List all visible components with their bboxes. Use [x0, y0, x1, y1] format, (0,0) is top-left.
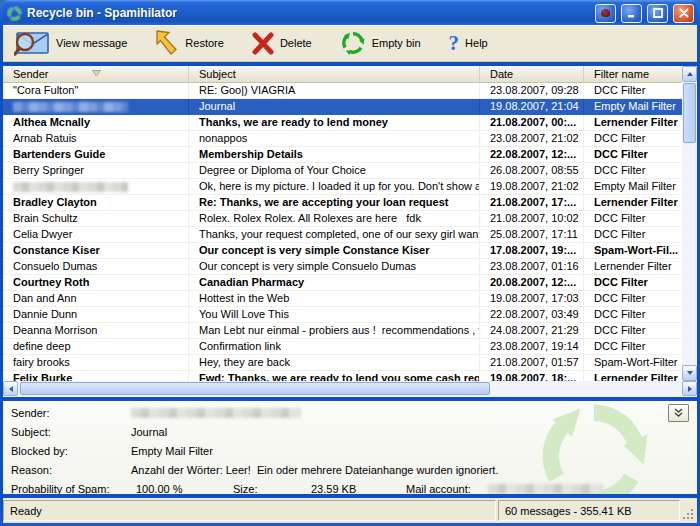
blocked-by-label: Blocked by:: [11, 445, 131, 457]
table-row[interactable]: Bradley ClaytonRe: Thanks, we are accept…: [3, 195, 697, 211]
cell-sender: Consuelo Dumas: [3, 259, 189, 274]
status-ready: Ready: [3, 500, 496, 521]
column-header-filter[interactable]: Filter name: [584, 66, 697, 83]
column-header-subject[interactable]: Subject: [189, 66, 480, 83]
cell-filter: DCC Filter: [584, 275, 697, 290]
probability-label: Probability of Spam:: [11, 483, 136, 494]
blocked-by-value: Empty Mail Filter: [131, 445, 213, 457]
scroll-left-button[interactable]: [3, 381, 18, 396]
app-recycle-icon: [7, 6, 22, 21]
arrow-up-left-icon: [155, 30, 179, 56]
titlebar-extra-button[interactable]: [595, 4, 616, 23]
recycle-icon: [340, 30, 366, 56]
table-row[interactable]: define deepConfirmation link23.08.2007, …: [3, 339, 697, 355]
minimize-button[interactable]: [621, 4, 642, 23]
reason-value: Anzahl der Wörter: Leer! Ein oder mehrer…: [131, 464, 498, 476]
redacted-sender: [13, 102, 128, 112]
table-row[interactable]: Berry SpringerDegree or Diploma of Your …: [3, 163, 697, 179]
cell-subject: Confirmation link: [189, 339, 480, 354]
cell-sender: Berry Springer: [3, 163, 189, 178]
empty-bin-label: Empty bin: [372, 37, 421, 49]
empty-bin-button[interactable]: Empty bin: [337, 28, 424, 58]
cell-subject: Fwd: Thanks, we are ready to lend you so…: [189, 371, 480, 381]
table-row[interactable]: Althea McnallyThanks, we are ready to le…: [3, 115, 697, 131]
table-row[interactable]: Dannie DunnYou Will Love This22.08.2007,…: [3, 307, 697, 323]
detail-row-stats: Probability of Spam: 100.00 % Size: 23.5…: [11, 480, 697, 495]
resize-grip[interactable]: [682, 500, 695, 521]
table-row[interactable]: Dan and AnnHottest in the Web19.08.2007,…: [3, 291, 697, 307]
cell-sender: Courtney Roth: [3, 275, 189, 290]
table-row[interactable]: Brain SchultzRolex. Rolex Rolex. All Rol…: [3, 211, 697, 227]
cell-sender: Felix Burke: [3, 371, 189, 381]
help-button[interactable]: ? Help: [446, 30, 491, 56]
table-row[interactable]: Courtney RothCanadian Pharmacy20.08.2007…: [3, 275, 697, 291]
cell-filter: Empty Mail Filter: [584, 99, 697, 114]
help-label: Help: [465, 37, 488, 49]
maximize-icon: [653, 8, 663, 18]
scroll-up-button[interactable]: [682, 66, 697, 82]
column-header-date[interactable]: Date: [480, 66, 584, 83]
table-row[interactable]: Constance KiserOur concept is very simpl…: [3, 243, 697, 259]
toolbar: View message Restore Delete Empty bin ? …: [3, 25, 697, 62]
table-row[interactable]: Arnab Ratuisnonappos23.08.2007, 21:02DCC…: [3, 131, 697, 147]
cell-subject: Degree or Diploma of Your Choice: [189, 163, 480, 178]
delete-label: Delete: [280, 37, 312, 49]
envelope-magnifier-icon: [14, 29, 50, 56]
size-value: 23.59 KB: [311, 483, 406, 494]
cell-sender: Deanna Morrison: [3, 323, 189, 338]
cell-date: 19.08.2007, 21:04: [480, 99, 584, 114]
table-row[interactable]: "Cora Fulton"RE: Goo|) VIAGRIA23.08.2007…: [3, 83, 697, 99]
cell-sender: Brain Schultz: [3, 211, 189, 226]
scroll-right-button[interactable]: [682, 381, 697, 396]
horizontal-scroll-thumb[interactable]: [20, 382, 490, 395]
cell-date: 23.08.2007, 09:28: [480, 83, 584, 98]
close-button[interactable]: [673, 4, 694, 23]
cell-date: 24.08.2007, 21:29: [480, 323, 584, 338]
cell-date: 21.08.2007, 10:02: [480, 211, 584, 226]
restore-label: Restore: [185, 37, 224, 49]
cell-filter: DCC Filter: [584, 131, 697, 146]
cell-date: 19.08.2007, 21:02: [480, 179, 584, 194]
column-header-sender[interactable]: Sender: [3, 66, 189, 83]
table-row[interactable]: Bartenders GuideMembership Details22.08.…: [3, 147, 697, 163]
table-row[interactable]: Consuelo DumasOur concept is very simple…: [3, 259, 697, 275]
vertical-scroll-thumb[interactable]: [683, 83, 696, 143]
detail-row-blocked-by: Blocked by: Empty Mail Filter: [11, 442, 697, 461]
cell-filter: DCC Filter: [584, 307, 697, 322]
cell-date: 21.08.2007, 00:...: [480, 115, 584, 130]
collapse-details-button[interactable]: [668, 404, 689, 422]
delete-button[interactable]: Delete: [249, 29, 315, 57]
cell-sender: Arnab Ratuis: [3, 131, 189, 146]
message-list: Sender Subject Date Filter name "Cora Fu…: [3, 66, 697, 397]
cell-filter: Spam-Wort-Filter: [584, 355, 697, 370]
vertical-scrollbar[interactable]: [682, 66, 697, 381]
cell-sender: define deep: [3, 339, 189, 354]
cell-sender: fairy brooks: [3, 355, 189, 370]
maximize-button[interactable]: [647, 4, 668, 23]
mail-account-value-redacted: [488, 484, 603, 494]
cell-date: 23.08.2007, 01:16: [480, 259, 584, 274]
sender-label: Sender:: [11, 407, 131, 419]
table-row[interactable]: Felix BurkeFwd: Thanks, we are ready to …: [3, 371, 697, 381]
table-row[interactable]: Celia DwyerThanks, your request complete…: [3, 227, 697, 243]
minimize-icon: [627, 8, 637, 18]
restore-button[interactable]: Restore: [152, 28, 227, 58]
cell-filter: Lernender Filter: [584, 195, 697, 210]
cell-subject: Membership Details: [189, 147, 480, 162]
table-body: "Cora Fulton"RE: Goo|) VIAGRIA23.08.2007…: [3, 83, 697, 381]
redacted-sender: [13, 182, 128, 192]
cell-subject: nonappos: [189, 131, 480, 146]
table-row[interactable]: Journal19.08.2007, 21:04Empty Mail Filte…: [3, 99, 697, 115]
table-row[interactable]: Ok, here is my picture. I loaded it up f…: [3, 179, 697, 195]
scroll-down-button[interactable]: [682, 365, 697, 381]
cell-filter: DCC Filter: [584, 147, 697, 162]
cell-sender: Althea Mcnally: [3, 115, 189, 130]
table-row[interactable]: fairy brooksHey, they are back21.08.2007…: [3, 355, 697, 371]
cell-sender: [3, 179, 189, 194]
horizontal-scrollbar[interactable]: [3, 381, 697, 397]
cell-filter: DCC Filter: [584, 323, 697, 338]
view-message-button[interactable]: View message: [11, 27, 130, 58]
table-row[interactable]: Deanna MorrisonMan Lebt nur einmal - pro…: [3, 323, 697, 339]
titlebar[interactable]: Recycle bin - Spamihilator: [3, 0, 697, 25]
cell-subject: Journal: [189, 99, 480, 114]
